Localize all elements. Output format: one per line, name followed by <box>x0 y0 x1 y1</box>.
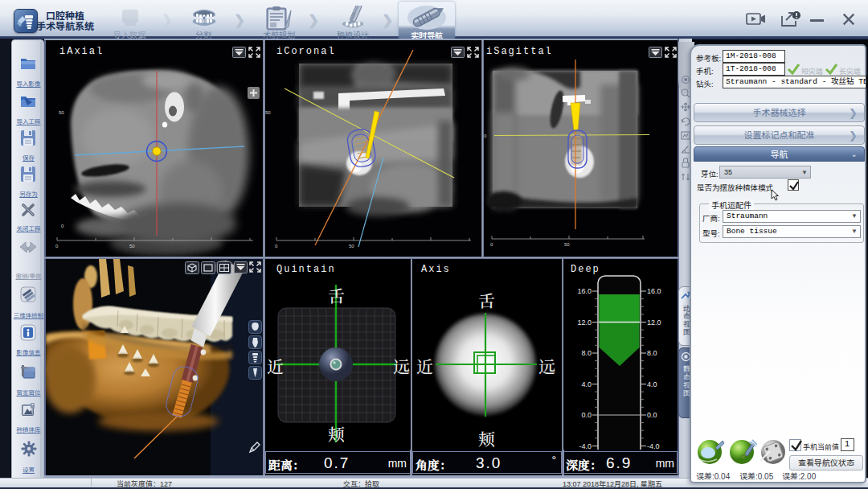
svg-text:50: 50 <box>265 110 271 115</box>
svg-text:0: 0 <box>484 134 487 138</box>
svg-text:50: 50 <box>59 110 64 115</box>
svg-text:-4.0: -4.0 <box>579 442 592 450</box>
svg-text:50: 50 <box>129 244 135 249</box>
svg-text:0: 0 <box>61 224 64 228</box>
svg-text:0.0: 0.0 <box>581 411 592 419</box>
svg-text:0: 0 <box>275 244 278 249</box>
svg-text:16.0: 16.0 <box>577 287 592 295</box>
svg-text:4.0: 4.0 <box>581 380 592 388</box>
svg-text:12.0: 12.0 <box>577 318 592 327</box>
svg-text:0: 0 <box>55 244 59 249</box>
svg-text:-4.0: -4.0 <box>647 442 660 450</box>
svg-text:0.0: 0.0 <box>647 411 657 419</box>
svg-text:50: 50 <box>349 244 354 249</box>
svg-text:0: 0 <box>490 242 493 247</box>
svg-text:12.0: 12.0 <box>647 318 661 327</box>
svg-text:16.0: 16.0 <box>647 287 661 295</box>
svg-text:8.0: 8.0 <box>581 349 592 357</box>
svg-text:4.0: 4.0 <box>647 380 657 388</box>
svg-text:8.0: 8.0 <box>647 349 657 357</box>
svg-text:50: 50 <box>564 242 570 247</box>
